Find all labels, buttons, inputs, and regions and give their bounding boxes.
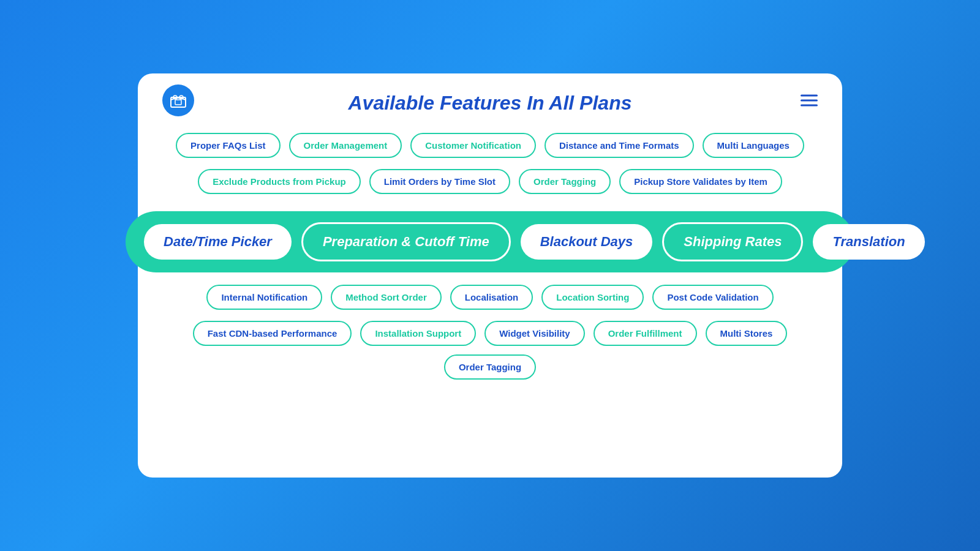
pill-order-fulfillment[interactable]: Order Fulfillment bbox=[594, 321, 697, 346]
highlight-banner: Date/Time Picker Preparation & Cutoff Ti… bbox=[126, 211, 854, 272]
pill-blackout-days[interactable]: Blackout Days bbox=[521, 224, 653, 260]
pill-localisation[interactable]: Localisation bbox=[450, 285, 533, 310]
pill-proper-faqs-list[interactable]: Proper FAQs List bbox=[176, 133, 281, 158]
pill-post-code-validation[interactable]: Post Code Validation bbox=[652, 285, 773, 310]
pill-order-tagging-1[interactable]: Order Tagging bbox=[519, 169, 611, 194]
menu-icon[interactable] bbox=[801, 94, 818, 106]
pill-widget-visibility[interactable]: Widget Visibility bbox=[484, 321, 584, 346]
pill-order-tagging-2[interactable]: Order Tagging bbox=[444, 354, 536, 380]
features-row-2: Exclude Products from Pickup Limit Order… bbox=[175, 169, 805, 194]
pill-exclude-products[interactable]: Exclude Products from Pickup bbox=[198, 169, 361, 194]
pill-customer-notification[interactable]: Customer Notification bbox=[410, 133, 536, 158]
pill-distance-time-formats[interactable]: Distance and Time Formats bbox=[545, 133, 694, 158]
svg-rect-1 bbox=[175, 100, 181, 105]
pill-limit-orders[interactable]: Limit Orders by Time Slot bbox=[369, 169, 510, 194]
pill-datetime-picker[interactable]: Date/Time Picker bbox=[144, 224, 292, 260]
features-row-4: Fast CDN-based Performance Installation … bbox=[175, 321, 805, 380]
pill-multi-stores[interactable]: Multi Stores bbox=[706, 321, 788, 346]
features-row-1: Proper FAQs List Order Management Custom… bbox=[175, 133, 805, 158]
pill-pickup-store-validates[interactable]: Pickup Store Validates by Item bbox=[619, 169, 782, 194]
pill-order-management[interactable]: Order Management bbox=[289, 133, 402, 158]
card-header: Available Features In All Plans bbox=[138, 73, 842, 127]
main-card: Available Features In All Plans Proper F… bbox=[138, 73, 842, 478]
page-title: Available Features In All Plans bbox=[349, 92, 632, 114]
pill-preparation-cutoff[interactable]: Preparation & Cutoff Time bbox=[301, 222, 511, 261]
pill-method-sort-order[interactable]: Method Sort Order bbox=[331, 285, 442, 310]
pill-multi-languages[interactable]: Multi Languages bbox=[703, 133, 804, 158]
features-section-bottom: Internal Notification Method Sort Order … bbox=[138, 279, 842, 397]
features-section: Proper FAQs List Order Management Custom… bbox=[138, 127, 842, 211]
pill-installation-support[interactable]: Installation Support bbox=[360, 321, 476, 346]
features-row-3: Internal Notification Method Sort Order … bbox=[175, 285, 805, 310]
pill-internal-notification[interactable]: Internal Notification bbox=[206, 285, 322, 310]
pill-location-sorting[interactable]: Location Sorting bbox=[541, 285, 644, 310]
store-logo[interactable] bbox=[162, 84, 194, 116]
pill-shipping-rates[interactable]: Shipping Rates bbox=[662, 222, 803, 261]
pill-cdn-performance[interactable]: Fast CDN-based Performance bbox=[193, 321, 352, 346]
pill-translation[interactable]: Translation bbox=[813, 224, 924, 260]
